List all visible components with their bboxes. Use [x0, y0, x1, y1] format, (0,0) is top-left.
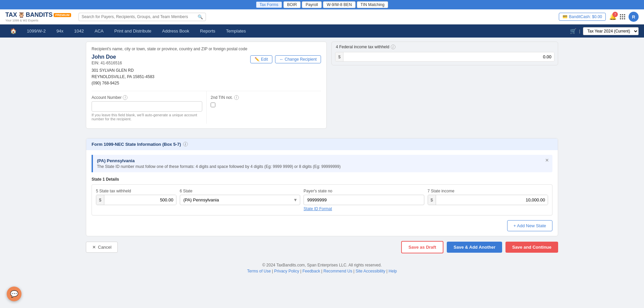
change-label: Change Recipient — [285, 57, 317, 62]
address-line1: 301 SYLVAN GLEN RD — [92, 67, 246, 74]
footer-terms[interactable]: Terms of Use — [247, 269, 271, 273]
box5-input[interactable] — [104, 195, 176, 205]
nav-1042[interactable]: 1042 — [69, 25, 89, 37]
cancel-label: Cancel — [98, 245, 111, 250]
footer-feedback[interactable]: Feedback — [303, 269, 320, 273]
tin-label: 2nd TIN not. i — [211, 95, 321, 100]
federal-info-icon: i — [391, 45, 395, 49]
account-number-input[interactable] — [92, 101, 202, 112]
add-new-state-button[interactable]: + Add New State — [507, 220, 552, 231]
nav-templates[interactable]: Templates — [221, 25, 251, 37]
box5-input-wrap: $ — [96, 195, 176, 205]
state-id-format-link[interactable]: State ID Format — [304, 206, 332, 211]
state-fields-row: 5 State tax withheld $ 6 State (PA) Penn… — [96, 189, 548, 211]
change-icon: ↔️ — [279, 57, 283, 62]
save-add-button[interactable]: Save & Add Another — [447, 242, 502, 253]
apps-icon[interactable] — [620, 14, 625, 19]
footer-links: Terms of Use | Privacy Policy | Feedback… — [86, 269, 558, 273]
payer-state-input[interactable] — [304, 195, 424, 205]
action-bar: ✕ Cancel Save as Draft Save & Add Anothe… — [86, 236, 558, 258]
divider: | — [579, 28, 580, 34]
footer-recommend[interactable]: Recommend Us — [323, 269, 352, 273]
edit-button[interactable]: ✏️ Edit — [250, 55, 272, 63]
logo-subtitle: Your 1099 & W2 Experts — [5, 19, 38, 22]
topbar-tin[interactable]: TIN Matching — [357, 1, 388, 8]
box5-field: 5 State tax withheld $ — [96, 189, 176, 205]
box7-input-wrap: $ — [428, 195, 548, 205]
footer-help[interactable]: Help — [389, 269, 397, 273]
nav-print[interactable]: Print and Distribute — [109, 25, 157, 37]
nav-address[interactable]: Address Book — [157, 25, 195, 37]
close-notice-button[interactable]: ✕ — [545, 158, 549, 163]
state-notice-text: The State ID number must follow one of t… — [97, 164, 548, 169]
box7-dollar-sign: $ — [428, 195, 436, 205]
recipient-info: John Doe EIN: 41-6516516 301 SYLVAN GLEN… — [92, 54, 246, 87]
wallet-icon: 💳 — [562, 14, 568, 19]
notification-bell[interactable]: 🔔 7 — [609, 13, 616, 20]
save-continue-button[interactable]: Save and Continue — [505, 242, 558, 253]
recipient-name: John Doe — [92, 54, 246, 60]
recipient-address: 301 SYLVAN GLEN RD REYNOLDSVILLE, PA 158… — [92, 67, 246, 87]
topbar-boir[interactable]: BOIR — [283, 1, 301, 8]
account-tin-row: Account Number i If you leave this field… — [92, 91, 321, 124]
add-state-row: + Add New State — [92, 220, 552, 231]
footer-privacy[interactable]: Privacy Policy — [274, 269, 299, 273]
header: TAX 🦉 BANDITS PREMIUM Your 1099 & W2 Exp… — [0, 9, 644, 24]
state-header: Form 1099-NEC State Information (Box 5-7… — [86, 138, 558, 150]
logo: TAX 🦉 BANDITS PREMIUM — [5, 11, 71, 18]
federal-box-label: 4 Federal income tax withheld — [336, 45, 389, 49]
nav-aca[interactable]: ACA — [89, 25, 109, 37]
box7-input[interactable] — [436, 195, 548, 205]
cancel-button[interactable]: ✕ Cancel — [86, 242, 118, 253]
address-line2: REYNOLDSVILLE, PA 15851-4583 — [92, 74, 246, 80]
search-icon[interactable]: 🔍 — [198, 14, 203, 19]
box6-state-select[interactable]: (PA) Pennsylvania — [180, 195, 300, 205]
box7-field: 7 State income $ — [428, 189, 548, 205]
state-details-label: State 1 Details — [92, 177, 552, 182]
bandit-cash[interactable]: 💳 BanditCash: $0.00 — [559, 13, 606, 21]
payer-state-label: Payer's state no — [304, 189, 424, 193]
federal-input-row: $ — [335, 52, 554, 62]
tin-info-icon: i — [234, 95, 239, 100]
nav-home[interactable]: 🏠 — [5, 24, 21, 38]
tin-section: 2nd TIN not. i — [206, 91, 321, 124]
box5-dollar-sign: $ — [96, 195, 104, 205]
tax-year-select[interactable]: Tax Year 2024 (Current) — [583, 27, 639, 35]
topbar-payroll[interactable]: Payroll — [302, 1, 322, 8]
topbar-tax-forms[interactable]: Tax Forms — [256, 1, 282, 8]
state-fields-container: 5 State tax withheld $ 6 State (PA) Penn… — [92, 184, 552, 215]
nav-94x[interactable]: 94x — [51, 25, 69, 37]
footer-accessibility[interactable]: Site Accessibility — [356, 269, 385, 273]
topbar-w9[interactable]: W-9/W-8 BEN — [323, 1, 356, 8]
recipient-actions: ✏️ Edit ↔️ Change Recipient — [250, 55, 321, 63]
search-bar[interactable]: 🔍 — [78, 13, 206, 21]
box6-label: 6 State — [180, 189, 300, 193]
state-header-text: Form 1099-NEC State Information (Box 5-7… — [92, 142, 181, 147]
recipient-ein: EIN: 41-6516516 — [92, 61, 246, 65]
nav-reports[interactable]: Reports — [195, 25, 221, 37]
tin-checkbox-area — [211, 103, 321, 107]
logo-owl-icon: 🦉 — [18, 12, 25, 18]
search-input[interactable] — [82, 14, 196, 19]
dollar-sign: $ — [335, 52, 343, 61]
left-panel: Recipient's name, city or town, state or… — [86, 42, 327, 133]
edit-label: Edit — [261, 57, 268, 62]
cancel-icon: ✕ — [92, 245, 96, 250]
premium-badge: PREMIUM — [54, 13, 71, 17]
recipient-section-label: Recipient's name, city or town, state or… — [92, 47, 321, 51]
save-draft-button[interactable]: Save as Draft — [401, 241, 443, 253]
recipient-card-body: Recipient's name, city or town, state or… — [86, 42, 326, 128]
tin-checkbox[interactable] — [211, 103, 215, 107]
change-recipient-button[interactable]: ↔️ Change Recipient — [275, 55, 321, 63]
recipient-phone: (090) 768-9425 — [92, 80, 246, 86]
recipient-card: Recipient's name, city or town, state or… — [86, 42, 327, 129]
federal-income-input[interactable] — [343, 52, 554, 61]
account-number-hint: If you leave this field blank, we'll aut… — [92, 113, 202, 121]
payer-state-field: Payer's state no State ID Format — [304, 189, 424, 211]
nav-1099w2[interactable]: 1099/W-2 — [21, 25, 51, 37]
box7-label: 7 State income — [428, 189, 548, 193]
state-header-info-icon: i — [183, 142, 188, 146]
avatar[interactable]: R — [629, 12, 639, 22]
logo-area: TAX 🦉 BANDITS PREMIUM Your 1099 & W2 Exp… — [5, 11, 71, 22]
cart-icon[interactable]: 🛒 — [570, 28, 577, 34]
